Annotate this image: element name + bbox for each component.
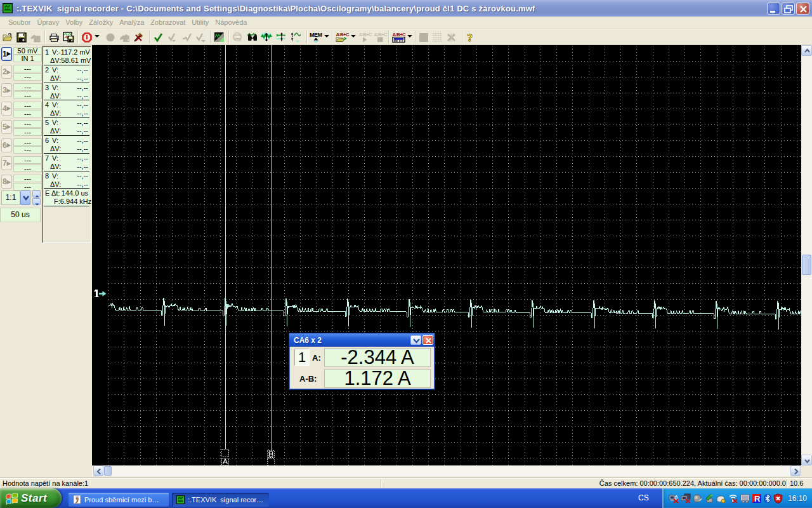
math-panel-button[interactable]: A:B+C (391, 30, 407, 44)
channel-input-field-5[interactable]: --- (13, 128, 42, 136)
sine-cursor-button[interactable] (290, 30, 301, 44)
scroll-up-button[interactable] (801, 45, 812, 56)
dot-grid-icon (432, 32, 442, 43)
channel-range-field-3[interactable]: --- (13, 83, 42, 91)
scroll-down-button[interactable] (801, 455, 812, 465)
help-button[interactable]: ? (466, 30, 475, 44)
bluetooth-icon[interactable] (763, 493, 772, 504)
task-button-proud[interactable]: Proud sběrnicí mezi b… (69, 493, 169, 507)
hscroll-thumb[interactable] (104, 466, 112, 476)
restore-button[interactable] (782, 3, 795, 15)
volume-icon[interactable] (693, 493, 703, 504)
channel-input-field-3[interactable]: --- (13, 91, 42, 99)
start-button[interactable]: Start (0, 488, 62, 508)
vscroll-thumb[interactable] (802, 255, 811, 275)
scope-display[interactable] (92, 45, 801, 465)
minimize-button[interactable] (767, 3, 780, 15)
chevron-down-icon (21, 191, 31, 206)
channel-range-field-6[interactable]: --- (13, 138, 42, 146)
search-wave-button[interactable] (247, 30, 258, 44)
channel-button-2[interactable]: 2▶ (1, 65, 12, 79)
channel-range-field-5[interactable]: --- (13, 120, 42, 128)
channel-range-field-8[interactable]: --- (13, 175, 42, 182)
spinner-down-button[interactable] (32, 198, 41, 205)
channel-input-field-7[interactable]: --- (13, 164, 42, 172)
menu-item-analza[interactable]: Analýza (116, 17, 147, 28)
channel-input-field-1[interactable]: IN 1 (13, 55, 42, 62)
security-shield-icon[interactable] (773, 493, 783, 504)
channel-button-5[interactable]: 5▶ (1, 120, 12, 134)
math-panel-button-dropdown[interactable] (407, 35, 412, 37)
apply-button[interactable] (154, 30, 163, 44)
delta-voltage-value: --,-- (77, 145, 88, 152)
ca6-titlebar[interactable]: CA6 x 2 (289, 333, 435, 347)
display-mode-button[interactable] (214, 30, 225, 44)
svg-text:A:B+C: A:B+C (393, 32, 406, 37)
channel-1-arrow-icon[interactable] (99, 291, 107, 297)
channel-button-8[interactable]: 8▶ (1, 175, 12, 189)
menu-item-volby[interactable]: Volby (62, 17, 86, 28)
channel-button-1[interactable]: 1▶ (1, 47, 12, 61)
net-computers-x-icon[interactable] (681, 493, 691, 504)
stop-measure-button[interactable] (82, 30, 92, 44)
taskbar-clock[interactable]: 16:10 (788, 494, 807, 503)
pointing-device-icon[interactable] (716, 493, 726, 504)
close-button[interactable] (796, 3, 809, 15)
display-icon[interactable] (740, 493, 750, 504)
status-divider-2 (787, 479, 788, 488)
vertical-scrollbar[interactable] (801, 45, 812, 465)
delta-voltage-line: ΔV:--,-- (44, 163, 89, 170)
language-indicator[interactable]: CS (638, 488, 649, 508)
menu-item-utility[interactable]: Utility (188, 17, 212, 28)
channel-range-field-4[interactable]: --- (13, 102, 42, 109)
cursor-a-handle[interactable] (222, 450, 229, 457)
menu-item-zloky[interactable]: Záložky (86, 17, 116, 28)
channel-range-field-2[interactable]: --- (13, 65, 42, 72)
menu-item-soubor[interactable]: Soubor (5, 17, 34, 28)
cursor-measure-button[interactable] (261, 30, 272, 44)
ca6-window[interactable]: CA6 x 2 1 A: -2.344 A A-B: 1.172 A (289, 333, 435, 390)
memory-button-dropdown[interactable] (324, 35, 329, 37)
stop-measure-button-dropdown[interactable] (95, 35, 100, 37)
cursor-lines-button[interactable] (275, 30, 287, 44)
ca6-dropdown-button[interactable] (410, 335, 421, 345)
task-button-texvik[interactable]: :.TEXVIK signal recor… (172, 493, 269, 507)
channel-range-field-1[interactable]: 50 mV (13, 47, 42, 55)
channel-input-field-8[interactable]: --- (13, 183, 42, 190)
channel-button-7[interactable]: 7▶ (1, 156, 12, 170)
channel-input-field-6[interactable]: --- (13, 146, 42, 154)
ca6-close-button[interactable] (422, 335, 433, 345)
scroll-right-button[interactable] (790, 465, 801, 476)
channel-input-field-2[interactable]: --- (13, 73, 42, 81)
channel-range-field-7[interactable]: --- (13, 156, 42, 164)
delta-voltage-line: ΔV:--,-- (44, 127, 89, 135)
save-file-button[interactable] (16, 30, 27, 44)
memory-button[interactable]: MEM (309, 30, 324, 44)
ca6-channel-box[interactable]: 1 (294, 349, 310, 366)
print-button[interactable] (49, 30, 60, 44)
channel-button-6[interactable]: 6▶ (1, 138, 12, 152)
spinner-up-button[interactable] (32, 190, 41, 197)
menu-item-zobrazovat[interactable]: Zobrazovat (147, 17, 188, 28)
zoom-dropdown-button[interactable] (20, 190, 30, 205)
scroll-left-button[interactable] (93, 465, 103, 476)
snapshot-button (119, 30, 131, 44)
math-open-button-dropdown[interactable] (351, 35, 356, 37)
channel-button-4[interactable]: 4▶ (1, 102, 12, 116)
net-audio-x-icon[interactable] (669, 493, 679, 504)
horizontal-scrollbar[interactable] (92, 465, 801, 476)
channel-button-3[interactable]: 3▶ (1, 83, 12, 97)
toolbar: MEMA:B+CA:B+CA:B+CA:B+C? (0, 29, 812, 45)
save-screen-button[interactable] (63, 30, 74, 44)
channel-input-field-4[interactable]: --- (13, 110, 42, 117)
zoom-value[interactable]: 1:1 (1, 190, 20, 205)
menu-item-npovda[interactable]: Nápověda (212, 17, 250, 28)
timebase-field[interactable]: 50 us (0, 208, 41, 222)
math-open-button[interactable]: A:B+C (335, 30, 350, 44)
menu-item-pravy[interactable]: Úpravy (34, 17, 62, 28)
r-logo-icon[interactable]: R (752, 493, 762, 504)
open-file-button[interactable] (3, 30, 13, 44)
safely-remove-icon[interactable] (704, 493, 714, 504)
delete-setup-button[interactable] (133, 30, 144, 44)
wireless-x-icon[interactable] (728, 493, 738, 504)
